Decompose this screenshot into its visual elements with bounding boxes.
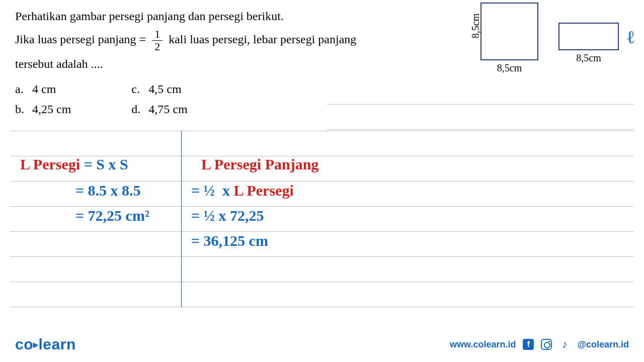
hw-right-line2: = ½ x L Persegi	[191, 182, 294, 199]
hw-r2-a: = ½ x	[191, 182, 234, 199]
answer-options: a. 4 cm b. 4,25 cm c. 4,5 cm d. 4,75 cm	[15, 79, 629, 120]
option-d: d. 4,75 cm	[131, 99, 187, 120]
rectangle-figure: ℓ 8,5cm	[558, 23, 619, 64]
hw-left-line3: = 72,25 cm²	[75, 207, 149, 224]
opt-c-text: 4,5 cm	[148, 82, 181, 96]
hw-right-line1: L Persegi Panjang	[201, 156, 318, 173]
hw-r2-b: L Persegi	[234, 182, 294, 199]
square-figure: 8,5cm 8,5cm	[480, 3, 538, 74]
rectangle-shape	[558, 23, 619, 50]
square-side-label: 8,5cm	[470, 14, 481, 38]
rectangle-right-label: ℓ	[627, 27, 634, 48]
opt-a-text: 4 cm	[32, 82, 56, 96]
hw-right-line4: = 36,125 cm	[191, 232, 268, 249]
opt-c-label: c.	[131, 79, 145, 100]
question-block: Perhatikan gambar persegi panjang dan pe…	[0, 0, 644, 120]
opt-b-label: b.	[15, 99, 29, 120]
square-shape	[480, 3, 538, 60]
frac-den: 2	[152, 41, 163, 53]
opt-b-text: 4,25 cm	[32, 103, 71, 116]
vertical-divider	[181, 131, 182, 307]
q-l2-post: kali luas persegi, lebar persegi panjang	[169, 33, 356, 46]
rectangle-bottom-label: 8,5cm	[558, 52, 619, 64]
option-c: c. 4,5 cm	[131, 79, 187, 100]
tiktok-icon[interactable]: ♪	[559, 339, 570, 350]
frac-num: 1	[152, 28, 163, 41]
footer-right: www.colearn.id f ♪ @colearn.id	[450, 339, 629, 350]
brand-dot: ▸	[33, 339, 39, 350]
brand-learn: learn	[39, 336, 76, 352]
footer-handle[interactable]: @colearn.id	[577, 339, 629, 350]
hw-l1-blue: = S x S	[84, 156, 128, 172]
figures: 8,5cm 8,5cm ℓ 8,5cm	[480, 3, 619, 74]
options-col-1: a. 4 cm b. 4,25 cm	[15, 79, 71, 120]
option-b: b. 4,25 cm	[15, 99, 71, 120]
question-line3: tersebut adalah ....	[15, 53, 357, 76]
square-bottom-label: 8,5cm	[480, 62, 538, 74]
instagram-icon[interactable]	[541, 339, 552, 350]
brand-logo: co▸learn	[15, 336, 76, 353]
q-l2-pre: Jika luas persegi panjang =	[15, 33, 146, 46]
options-col-2: c. 4,5 cm d. 4,75 cm	[131, 79, 187, 120]
hw-left-line1: L Persegi = S x S	[20, 156, 128, 173]
option-a: a. 4 cm	[15, 79, 71, 100]
question-line1: Perhatikan gambar persegi panjang dan pe…	[15, 5, 357, 28]
opt-a-label: a.	[15, 79, 29, 100]
opt-d-text: 4,75 cm	[148, 103, 187, 116]
footer: co▸learn www.colearn.id f ♪ @colearn.id	[15, 336, 629, 353]
opt-d-label: d.	[131, 99, 145, 120]
facebook-icon[interactable]: f	[523, 339, 534, 350]
question-line2: Jika luas persegi panjang = 1 2 kali lua…	[15, 28, 357, 53]
fraction-half: 1 2	[152, 28, 163, 53]
hw-left-line2: = 8.5 x 8.5	[75, 182, 141, 199]
footer-url[interactable]: www.colearn.id	[450, 339, 516, 350]
hw-right-line3: = ½ x 72,25	[191, 207, 264, 224]
brand-co: co	[15, 336, 33, 352]
question-text: Perhatikan gambar persegi panjang dan pe…	[15, 5, 357, 76]
hw-l1-red: L Persegi	[20, 156, 80, 172]
